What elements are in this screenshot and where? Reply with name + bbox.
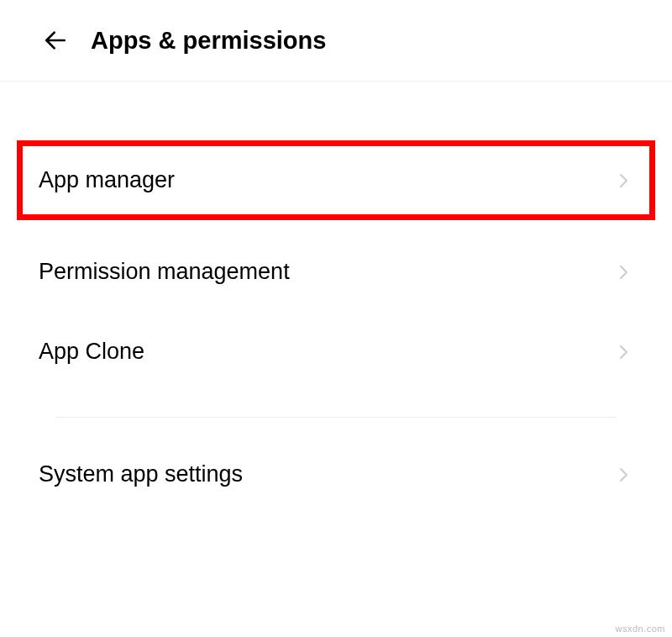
row-app-manager[interactable]: App manager [17,140,655,220]
row-label: App Clone [39,339,144,365]
watermark: wsxdn.com [615,624,665,634]
chevron-right-icon [613,465,633,485]
chevron-right-icon [613,171,633,191]
section-divider [55,417,617,418]
header-bar: Apps & permissions [0,0,672,82]
arrow-left-icon [42,27,69,54]
page-title: Apps & permissions [91,27,326,55]
row-label: Permission management [39,259,290,285]
row-label: App manager [39,167,175,193]
row-label: System app settings [39,461,243,487]
chevron-right-icon [613,342,633,362]
spacer [17,220,655,232]
chevron-right-icon [613,262,633,282]
settings-list: App manager Permission management App Cl… [0,140,672,514]
row-app-clone[interactable]: App Clone [17,312,655,392]
row-permission-management[interactable]: Permission management [17,232,655,312]
row-system-app-settings[interactable]: System app settings [17,434,655,514]
spacer [0,82,672,140]
back-button[interactable] [40,25,71,55]
